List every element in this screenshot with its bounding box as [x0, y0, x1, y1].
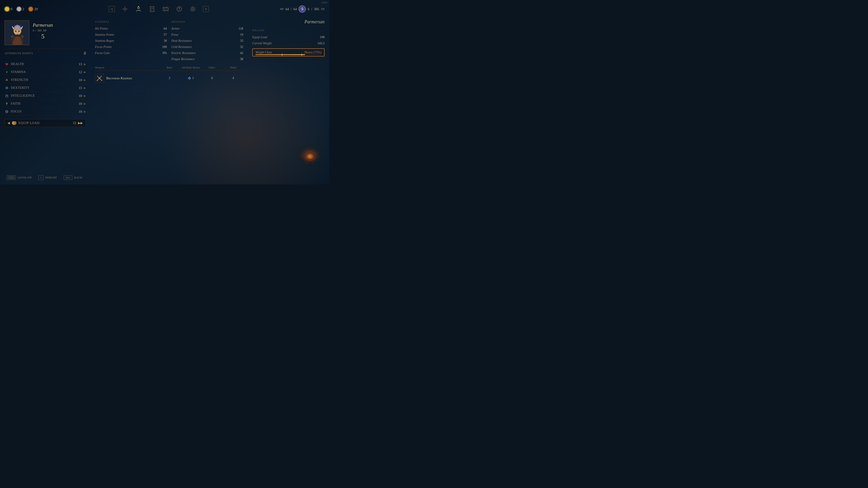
level-value: 5: [301, 7, 303, 11]
stamina-regen-value: 30: [164, 39, 167, 43]
svg-marker-17: [179, 9, 180, 11]
plague-resistance-value: 38: [240, 57, 243, 61]
focus-arrow[interactable]: ▶: [84, 110, 86, 113]
intelligence-icon: [4, 94, 9, 98]
weapon-name: Brothers Keepers: [106, 76, 132, 80]
faith-icon: [4, 101, 9, 106]
col-other: Other: [202, 66, 222, 69]
nav-compass[interactable]: [176, 6, 183, 12]
equip-load-icon: [12, 121, 17, 125]
right-panel: Parmersan WEIGHT Equip Load 190 Current …: [248, 18, 329, 184]
weapon-other: 0: [202, 76, 222, 80]
char-level-row: 6 / 305 XP: [33, 29, 53, 32]
hp-bar: HP 64 / 64 5 6 / 305 XP: [280, 5, 324, 13]
char-name: Parmersan: [33, 23, 53, 28]
main-content: Parmersan 6 / 305 XP 5 Attribute Points …: [0, 18, 329, 184]
nav-journal[interactable]: [149, 6, 156, 12]
defense-stats-section: DEFENSE Armor 118 Poise 19 Heat Resistan…: [171, 19, 243, 62]
col-total: Total: [223, 66, 243, 69]
faith-label: Faith: [11, 102, 73, 105]
nav-quest[interactable]: Q: [109, 6, 115, 12]
weapon-icon: [95, 74, 104, 83]
char-xp-label: XP: [43, 29, 47, 32]
equip-load-row: ◀ Equip Load 12 ▶▶: [4, 119, 86, 127]
weight-current-weight: Current Weight 143.2: [252, 40, 324, 46]
weight-class-box: Weight Class Heavy (75%): [252, 48, 324, 57]
level-up-action[interactable]: LEVEL-UP: [7, 175, 32, 180]
portrait-frame: [4, 20, 29, 45]
col-weapon: Weapon: [95, 66, 158, 69]
interact-label: E: [205, 7, 207, 11]
stamina-value: 12: [75, 70, 82, 74]
hitpoints-value: 64: [164, 27, 167, 31]
defense-section-title: DEFENSE: [171, 20, 243, 23]
electric-resistance-label: Electric Resistance: [171, 51, 240, 55]
back-key: ESC: [64, 175, 72, 180]
silver-amount: 2: [23, 7, 24, 11]
level-up-key-icon: [7, 175, 16, 180]
creature-decoration: [295, 143, 324, 166]
char-xp-max: 305: [37, 29, 42, 32]
level-up-label: LEVEL-UP: [18, 176, 32, 180]
health-arrow[interactable]: ▶: [84, 63, 86, 66]
stat-line-focus-gain: Focus Gain 0%: [95, 50, 167, 56]
stats-columns: GENERAL Hit Points 64 Stamina Points 57 …: [95, 19, 243, 62]
insight-action[interactable]: I INSIGHT: [38, 175, 57, 180]
weight-class-label: Weight Class: [255, 51, 305, 54]
dexterity-value: 15: [75, 86, 82, 90]
stamina-regen-label: Stamina Regen: [95, 39, 164, 43]
faith-arrow[interactable]: ▶: [84, 102, 86, 105]
focus-points-label: Focus Points: [95, 45, 162, 49]
character-portrait: Parmersan 6 / 305 XP 5: [4, 20, 86, 45]
heat-resistance-value: 35: [240, 39, 243, 43]
attribute-points-row: Attribute Points 0: [4, 48, 86, 56]
stamina-arrow[interactable]: ▶: [84, 70, 86, 74]
nav-skills[interactable]: [122, 6, 128, 12]
svg-rect-28: [6, 95, 8, 97]
stat-line-focus-points: Focus Points 100: [95, 44, 167, 50]
stat-row-faith: Faith 10 ▶: [4, 100, 86, 108]
dexterity-arrow[interactable]: ▶: [84, 86, 86, 90]
attribute-points-label: Attribute Points: [4, 52, 82, 55]
electric-resistance-value: 42: [240, 51, 243, 55]
currency-bronze: 29: [28, 6, 38, 11]
nav-interact[interactable]: E: [203, 6, 209, 12]
intelligence-value: 10: [75, 94, 82, 98]
quest-label: Q: [111, 7, 113, 11]
back-label: BACK: [74, 176, 82, 180]
weapon-section: Weapon Base Attribute Bonus Other Total: [95, 65, 243, 85]
nav-settings[interactable]: [189, 6, 196, 12]
weight-class-bar-fill: [255, 54, 305, 55]
stamina-points-value: 57: [164, 33, 167, 37]
weight-section-title: WEIGHT: [252, 29, 324, 32]
equip-load-stat-value: 190: [320, 35, 324, 39]
svg-marker-16: [179, 7, 180, 9]
health-label: Health: [11, 62, 73, 66]
cold-resistance-value: 32: [240, 45, 243, 49]
stat-row-dexterity: Dexterity 15 ▶: [4, 84, 86, 92]
hp-separator: /: [291, 7, 291, 11]
weapon-total: 4: [223, 76, 243, 80]
gold-amount: 0: [11, 7, 12, 11]
back-action[interactable]: ESC BACK: [64, 175, 82, 180]
stat-line-heat-resistance: Heat Resistance 35: [171, 38, 243, 44]
weight-class-marker-1: [282, 54, 282, 56]
nav-map[interactable]: [162, 6, 169, 12]
stat-line-poise: Poise 19: [171, 32, 243, 38]
silver-icon: [17, 6, 22, 11]
strength-icon: [4, 78, 9, 82]
nav-character[interactable]: [135, 6, 142, 12]
health-value: 13: [75, 62, 82, 66]
strength-arrow[interactable]: ▶: [84, 78, 86, 82]
equip-load-left-arrow[interactable]: ◀: [7, 121, 10, 125]
intelligence-arrow[interactable]: ▶: [84, 94, 86, 98]
svg-point-43: [308, 155, 312, 158]
faith-value: 10: [75, 102, 82, 106]
xp-separator: /: [311, 7, 312, 11]
center-panel: GENERAL Hit Points 64 Stamina Points 57 …: [90, 18, 248, 184]
weapon-name-cell: Brothers Keepers: [95, 74, 158, 83]
equip-load-right-arrow[interactable]: ▶▶: [78, 121, 83, 125]
level-badge: 5: [299, 5, 306, 13]
stamina-icon: [4, 70, 9, 74]
svg-point-37: [101, 80, 102, 81]
